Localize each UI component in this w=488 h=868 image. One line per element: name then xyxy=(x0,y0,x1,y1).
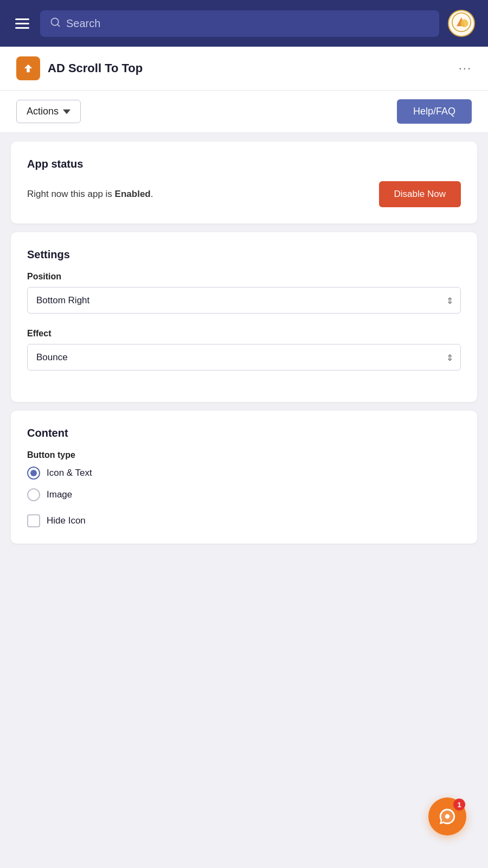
more-options-button[interactable]: ··· xyxy=(459,61,472,75)
position-select-wrap: Bottom Right Bottom Left Top Right Top L… xyxy=(27,287,461,314)
status-row: Right now this app is Enabled. Disable N… xyxy=(27,181,461,207)
actions-label: Actions xyxy=(27,106,59,117)
hide-icon-checkbox-item[interactable]: Hide Icon xyxy=(27,514,461,527)
search-bar xyxy=(40,10,439,37)
content-section: Content Button type Icon & Text Image Hi… xyxy=(11,411,477,544)
actions-button[interactable]: Actions xyxy=(16,100,81,123)
button-type-label: Button type xyxy=(27,450,461,460)
radio-circle-image xyxy=(27,488,40,501)
avatar-text xyxy=(452,12,471,35)
radio-item-image[interactable]: Image xyxy=(27,488,461,501)
effect-field: Effect Bounce Fade Slide None ⇕ xyxy=(27,329,461,371)
radio-label-image: Image xyxy=(47,489,72,500)
button-type-radio-group: Icon & Text Image xyxy=(27,467,461,501)
status-value: Enabled xyxy=(115,189,151,199)
settings-section: Settings Position Bottom Right Bottom Le… xyxy=(11,232,477,402)
svg-point-4 xyxy=(460,19,468,27)
hide-icon-checkbox[interactable] xyxy=(27,514,40,527)
search-icon xyxy=(50,17,61,30)
avatar xyxy=(448,10,475,37)
disable-now-button[interactable]: Disable Now xyxy=(379,181,461,207)
app-status-title: App status xyxy=(27,158,461,170)
settings-title: Settings xyxy=(27,248,461,261)
radio-label-icon-text: Icon & Text xyxy=(47,468,92,478)
effect-select[interactable]: Bounce Fade Slide None xyxy=(27,344,461,371)
actions-bar: Actions Help/FAQ xyxy=(0,91,488,133)
help-faq-button[interactable]: Help/FAQ xyxy=(397,99,472,124)
radio-item-icon-text[interactable]: Icon & Text xyxy=(27,467,461,480)
position-select[interactable]: Bottom Right Bottom Left Top Right Top L… xyxy=(27,287,461,314)
button-type-field: Button type Icon & Text Image xyxy=(27,450,461,501)
effect-select-wrap: Bounce Fade Slide None ⇕ xyxy=(27,344,461,371)
svg-point-6 xyxy=(445,814,450,819)
hamburger-line xyxy=(15,23,29,24)
status-text: Right now this app is Enabled. xyxy=(27,189,153,200)
content-title: Content xyxy=(27,427,461,439)
radio-circle-icon-text xyxy=(27,467,40,480)
chat-badge: 1 xyxy=(453,799,465,810)
chat-fab-button[interactable]: 1 xyxy=(428,797,466,835)
effect-label: Effect xyxy=(27,329,461,339)
hamburger-line xyxy=(15,18,29,20)
app-icon xyxy=(16,56,40,80)
hamburger-line xyxy=(15,27,29,29)
hide-icon-label: Hide Icon xyxy=(47,515,86,526)
app-title-left: AD Scroll To Top xyxy=(16,56,143,80)
app-name: AD Scroll To Top xyxy=(48,61,143,75)
app-title-bar: AD Scroll To Top ··· xyxy=(0,47,488,91)
search-input[interactable] xyxy=(66,17,429,30)
position-field: Position Bottom Right Bottom Left Top Ri… xyxy=(27,272,461,314)
chat-icon xyxy=(438,807,457,826)
chevron-down-icon xyxy=(63,108,70,116)
app-status-section: App status Right now this app is Enabled… xyxy=(11,142,477,224)
header xyxy=(0,0,488,47)
svg-line-1 xyxy=(57,24,60,26)
hamburger-button[interactable] xyxy=(13,16,31,31)
position-label: Position xyxy=(27,272,461,282)
